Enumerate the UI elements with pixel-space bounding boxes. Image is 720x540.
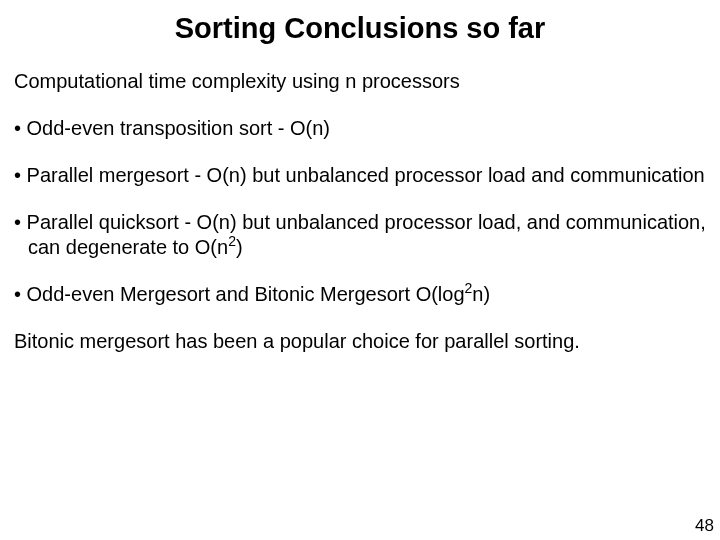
bullet-odd-even-transposition: Odd-even transposition sort - O(n)	[14, 116, 706, 141]
closing-text: Bitonic mergesort has been a popular cho…	[14, 329, 706, 354]
bullet-bitonic-pre: Odd-even Mergesort and Bitonic Mergesort…	[27, 283, 465, 305]
slide-body: Computational time complexity using n pr…	[0, 69, 720, 354]
intro-text: Computational time complexity using n pr…	[14, 69, 706, 94]
bullet-parallel-quicksort: Parallel quicksort - O(n) but unbalanced…	[14, 210, 706, 260]
bullet-parallel-mergesort: Parallel mergesort - O(n) but unbalanced…	[14, 163, 706, 188]
bullet-quicksort-post: )	[236, 236, 243, 258]
bullet-bitonic-mergesort: Odd-even Mergesort and Bitonic Mergesort…	[14, 282, 706, 307]
slide: Sorting Conclusions so far Computational…	[0, 0, 720, 540]
bullet-quicksort-pre: Parallel quicksort - O(n) but unbalanced…	[27, 211, 706, 258]
slide-title: Sorting Conclusions so far	[0, 0, 720, 69]
bullet-bitonic-post: n)	[472, 283, 490, 305]
superscript-2a: 2	[228, 233, 236, 249]
page-number: 48	[695, 516, 714, 536]
